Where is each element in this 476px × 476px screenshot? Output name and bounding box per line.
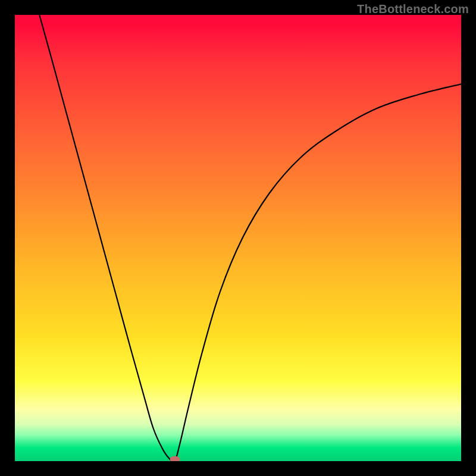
bottleneck-curve xyxy=(15,15,461,461)
plot-area xyxy=(15,15,461,461)
minimum-marker xyxy=(170,456,180,462)
watermark-text: TheBottleneck.com xyxy=(357,2,469,16)
chart-frame: TheBottleneck.com xyxy=(0,0,476,476)
